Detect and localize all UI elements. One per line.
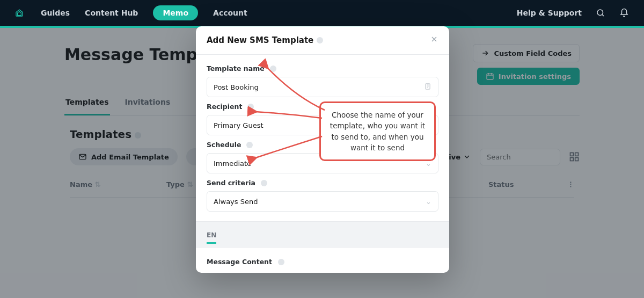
send-criteria-label: Send criteria [207, 179, 255, 187]
custom-field-codes-label: Custom Field Codes [494, 49, 572, 57]
mail-icon [78, 152, 87, 161]
help-icon[interactable] [278, 259, 284, 265]
svg-rect-5 [575, 153, 579, 156]
annotation-arrow [252, 107, 327, 126]
annotation-arrow [252, 133, 327, 165]
modal-title: Add New SMS Template [207, 35, 313, 45]
search-input[interactable] [480, 149, 560, 165]
svg-rect-7 [575, 158, 579, 161]
svg-point-0 [597, 10, 603, 16]
help-link[interactable]: Help & Support [517, 9, 582, 17]
arrow-right-icon [481, 49, 489, 57]
tab-templates[interactable]: Templates [64, 92, 110, 115]
chevron-down-icon: ⌄ [426, 198, 431, 206]
app-logo[interactable] [15, 9, 24, 17]
search-icon[interactable] [596, 8, 605, 18]
annotation-callout: Choose the name of your template, who yo… [319, 101, 436, 161]
template-name-label: Template name [207, 64, 265, 72]
nav-guides[interactable]: Guides [41, 9, 70, 17]
schedule-label: Schedule [207, 141, 241, 149]
top-nav: Guides Content Hub Memo Account Help & S… [0, 0, 644, 28]
col-status[interactable]: Status [488, 180, 553, 188]
recipient-label: Recipient [207, 103, 242, 111]
view-toggle-icon[interactable] [569, 151, 580, 162]
help-icon[interactable] [135, 132, 141, 139]
invitation-settings-button[interactable]: Invitation settings [477, 68, 580, 85]
nav-content-hub[interactable]: Content Hub [85, 9, 138, 17]
help-icon[interactable] [317, 37, 323, 43]
row-menu-icon[interactable]: ⋮ [553, 180, 574, 188]
svg-rect-1 [487, 74, 493, 79]
col-name[interactable]: Name ⇅ [70, 180, 166, 188]
help-icon[interactable] [261, 180, 267, 186]
add-email-template-label: Add Email Template [91, 153, 169, 161]
svg-rect-4 [570, 153, 574, 156]
nav-account[interactable]: Account [213, 9, 247, 17]
nav-memo[interactable]: Memo [153, 5, 198, 20]
header-actions: Custom Field Codes Invitation settings [473, 44, 580, 85]
field-action-icon [424, 83, 431, 92]
bell-icon[interactable] [619, 8, 629, 18]
nav-links: Guides Content Hub Memo Account [41, 5, 247, 20]
send-criteria-select[interactable]: Always Send ⌄ [207, 191, 438, 212]
nav-right: Help & Support [517, 8, 629, 18]
tab-invitations[interactable]: Invitations [124, 92, 172, 115]
close-icon[interactable] [430, 35, 438, 46]
language-bar: EN [196, 221, 449, 248]
chevron-down-icon [463, 152, 471, 161]
add-email-template-button[interactable]: Add Email Template [70, 148, 178, 165]
custom-field-codes-button[interactable]: Custom Field Codes [473, 44, 580, 62]
field-send-criteria: Send criteria Always Send ⌄ [207, 179, 438, 212]
message-content-label: Message Content [207, 258, 272, 266]
lang-tab-en[interactable]: EN [207, 231, 216, 244]
invitation-settings-label: Invitation settings [499, 72, 571, 81]
svg-rect-6 [570, 158, 574, 161]
calendar-icon [486, 72, 494, 81]
